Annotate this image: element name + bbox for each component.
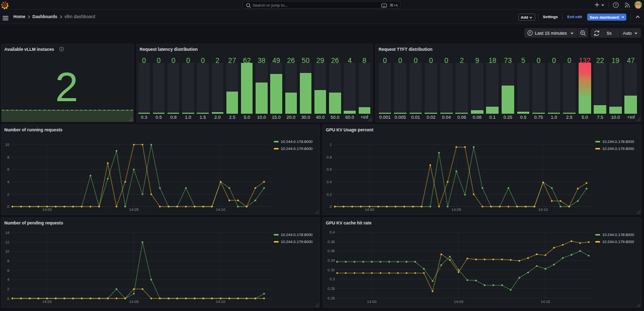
svg-text:14:05: 14:05	[454, 299, 463, 304]
svg-text:4: 4	[7, 277, 9, 282]
svg-text:0.4: 0.4	[327, 180, 332, 184]
svg-text:6: 6	[7, 167, 9, 172]
svg-text:14:10: 14:10	[541, 299, 550, 304]
svg-text:4: 4	[7, 180, 9, 184]
svg-text:14:05: 14:05	[129, 299, 139, 304]
svg-text:14:10: 14:10	[216, 299, 225, 304]
svg-text:0.3: 0.3	[330, 277, 335, 281]
svg-text:10: 10	[5, 249, 9, 254]
svg-text:0: 0	[330, 204, 332, 209]
svg-text:14:05: 14:05	[129, 207, 139, 212]
svg-text:14:00: 14:00	[42, 299, 52, 304]
svg-text:14:10: 14:10	[538, 207, 548, 212]
svg-text:6: 6	[7, 268, 9, 273]
svg-text:0.2: 0.2	[327, 192, 332, 197]
svg-text:14:00: 14:00	[365, 207, 374, 212]
svg-text:0.32: 0.32	[328, 268, 335, 272]
svg-text:14: 14	[5, 230, 9, 235]
svg-text:14:00: 14:00	[367, 299, 377, 304]
svg-text:0.8: 0.8	[327, 155, 332, 160]
svg-text:0.4: 0.4	[330, 230, 335, 235]
svg-text:0.34: 0.34	[328, 258, 335, 263]
svg-text:2: 2	[7, 287, 9, 291]
svg-text:1: 1	[330, 142, 332, 147]
svg-text:0.38: 0.38	[328, 240, 335, 244]
svg-text:0.6: 0.6	[327, 167, 332, 172]
svg-text:14:00: 14:00	[42, 207, 52, 212]
svg-text:8: 8	[7, 155, 9, 160]
svg-text:0: 0	[7, 204, 9, 209]
svg-text:10: 10	[5, 142, 9, 147]
svg-text:?: ?	[615, 3, 617, 7]
svg-text:8: 8	[7, 259, 9, 263]
svg-text:14:10: 14:10	[216, 207, 225, 212]
svg-text:2: 2	[7, 192, 9, 197]
svg-text:0.26: 0.26	[328, 296, 335, 300]
svg-text:14:05: 14:05	[452, 207, 461, 212]
svg-text:12: 12	[5, 240, 9, 245]
svg-text:0.28: 0.28	[328, 286, 335, 291]
svg-text:0.36: 0.36	[328, 249, 335, 253]
svg-text:0: 0	[7, 296, 9, 301]
